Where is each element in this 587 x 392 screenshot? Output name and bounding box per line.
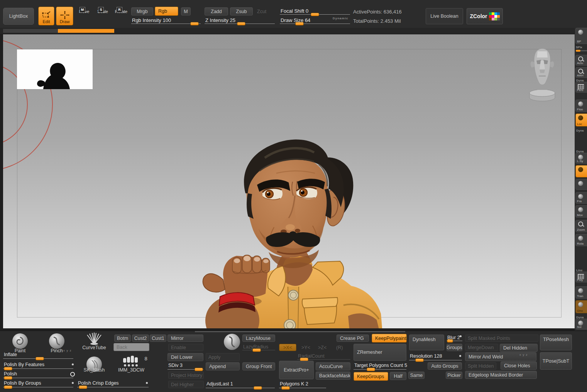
local-button[interactable]: Loc [575,113,587,127]
slider-handle[interactable] [281,386,290,390]
back-field[interactable]: Back [113,343,149,351]
split-masked-points-button[interactable]: Split Masked Points [465,335,538,342]
keeppolypaint-button[interactable]: KeepPolypaint [372,334,407,343]
zcolor-button[interactable]: ZColor [467,8,503,24]
live-boolean-button[interactable]: Live Boolean [426,8,463,24]
curvetube-brush-icon[interactable] [85,332,103,345]
auto-groups-button[interactable]: Auto Groups [428,362,462,370]
stroke-icon[interactable] [224,334,240,350]
actual-button[interactable]: Actu [575,55,587,66]
slider-handle[interactable] [237,22,245,25]
scale-button[interactable]: S Scale [94,8,111,14]
del-lower-button[interactable]: Del Lower [167,353,203,361]
imm-3dcw-brush-icon[interactable] [122,355,142,367]
polish-by-features-dot[interactable] [72,363,74,365]
paint-brush-icon[interactable] [12,333,28,349]
focal-shift-slider[interactable]: Focal Shift 0 [280,8,350,15]
edit-button[interactable]: Edit [38,7,54,25]
inflate-slider[interactable]: Inflate [3,351,73,360]
keepgroups-button[interactable]: KeepGroups [354,372,388,381]
substrip-segment[interactable] [3,29,58,33]
slider-handle[interactable] [295,22,304,25]
m-button[interactable]: M [181,7,191,15]
radialcount-slider[interactable]: RadialCount [297,353,350,360]
rotate-button[interactable]: R Rotate [113,8,130,14]
lazymouse-button[interactable]: LazyMouse [242,335,275,342]
mergedown-button[interactable]: MergeDown [465,344,498,351]
zcut-button[interactable]: Zcut [255,8,272,15]
slider-handle[interactable] [79,385,87,389]
viewport-canvas[interactable] [3,34,575,328]
sym-z-button[interactable]: >Z< [316,344,328,351]
zadd-button[interactable]: Zadd [205,7,228,15]
slider-handle[interactable] [447,339,453,343]
tpose-subt-button[interactable]: TPose|SubT [540,352,572,370]
dynamesh-button[interactable]: DynaMesh [409,335,444,350]
sym-r-button[interactable]: (R) [334,344,345,351]
z-intensity-slider[interactable]: Z Intensity 25 [205,17,275,25]
floor-button[interactable]: Floo [575,100,587,112]
move-button[interactable]: M Move [76,8,93,14]
draw-button[interactable]: Draw [56,7,73,25]
apply-button[interactable]: Apply [206,353,240,361]
slider-handle[interactable] [252,348,261,352]
persp-button[interactable]: Pers [575,82,587,93]
polish-crisp-edges-slider[interactable]: Polish Crisp Edges [77,380,149,388]
substrip-orange-segment[interactable] [58,29,114,33]
picker-button[interactable]: Picker [446,372,462,379]
adjustlast-slider[interactable]: AdjustLast 1 [206,381,275,389]
sdiv-slider[interactable]: SDiv 3 [167,362,203,370]
slider-handle[interactable] [4,376,12,380]
spin-button[interactable] [575,179,587,190]
slider-handle[interactable] [195,368,203,371]
slider-handle[interactable] [36,357,44,360]
zsub-button[interactable]: Zsub [230,7,253,15]
solo-button[interactable]: Sol [575,319,587,329]
close-holes-button[interactable]: Close Holes [501,362,537,370]
spin-button-active[interactable] [575,165,587,177]
frame-button[interactable]: Fra [575,192,587,204]
polish-by-groups-dot[interactable] [72,382,74,384]
group-front-button[interactable]: Group Front [242,362,275,370]
rgb-intensity-slider[interactable]: Rgb Intensity 100 [131,17,201,25]
rotate-view-button[interactable]: Rota [575,234,587,246]
slider-handle[interactable] [415,358,424,362]
polish-by-features-slider[interactable]: Polish By Features [3,362,73,370]
slider-handle[interactable] [311,13,319,16]
slider-handle[interactable] [4,367,12,370]
polish-by-groups-slider[interactable]: Polish By Groups [3,380,73,388]
polyframe-button[interactable]: Poly [575,272,587,282]
half-button[interactable]: Half [390,372,406,380]
lsym-button[interactable]: L.Sy [575,153,587,164]
split-hidden-button[interactable]: Split Hidden [465,362,496,370]
aahalf-button[interactable]: AAH [575,67,587,78]
backfacemask-button[interactable]: BackfaceMask [316,372,350,380]
accucurve-button[interactable]: AccuCurve [316,362,350,370]
spix-slider[interactable]: SPix [576,46,587,53]
polish-ring[interactable] [70,372,75,377]
edgeloop-masked-border-button[interactable]: Edgeloop Masked Border [465,371,537,379]
zoom3d-button[interactable]: Zoom [575,220,587,232]
append-button[interactable]: Append [206,362,240,370]
lightbox-button[interactable]: LightBox [3,8,34,25]
resolution-slider[interactable]: Resolution 128 [409,353,462,361]
groups-button[interactable]: Groups [447,344,462,351]
mirror-button[interactable]: Mirror [167,335,203,342]
slider-handle[interactable] [576,50,580,52]
polish-crisp-edges-dot[interactable] [146,382,148,384]
mrgb-button[interactable]: Mrgb [131,7,153,15]
pinch-brush-icon[interactable] [49,333,64,349]
slider-handle[interactable] [254,386,262,390]
slider-handle[interactable] [190,22,199,25]
ghost-button[interactable]: Gho [575,300,587,313]
del-higher-button[interactable]: Del Higher [168,381,204,388]
rgb-button[interactable]: Rgb [155,7,178,16]
extractpro-button[interactable]: ExtractPro+ [279,361,314,379]
slider-handle[interactable] [4,385,12,389]
sym-y-button[interactable]: >Y< [299,344,311,351]
crease-pg-button[interactable]: Crease PG [337,335,369,342]
polygons-k-slider[interactable]: Polygons K 2 [279,381,326,389]
polish-slider[interactable]: Polish [3,371,73,379]
tposemesh-button[interactable]: TPoseMesh [540,335,572,350]
lazyradius-slider[interactable]: LazyRadius [242,344,275,351]
